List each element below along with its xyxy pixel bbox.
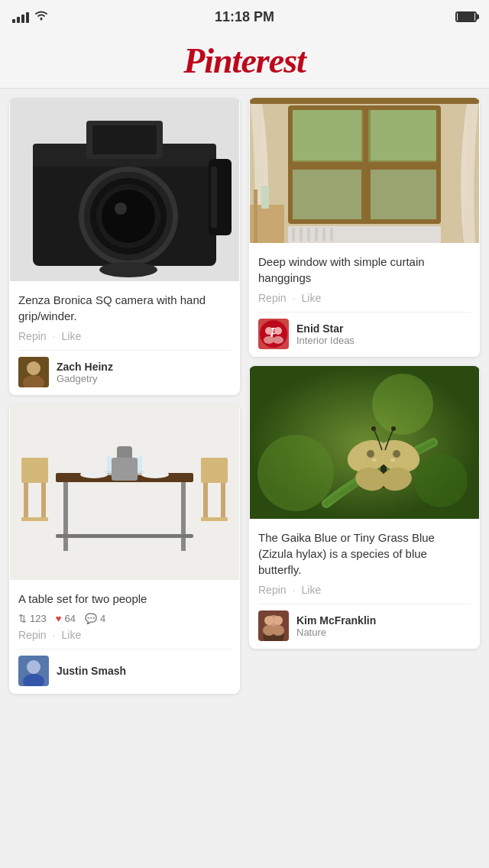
pin-actions[interactable]: Repin · Like	[258, 292, 471, 304]
pin-stats: ⇅ 123 ♥ 64 💬 4	[18, 613, 231, 624]
svg-rect-65	[261, 186, 269, 209]
pin-actions[interactable]: Repin · Like	[18, 629, 231, 641]
avatar	[18, 357, 49, 387]
svg-rect-56	[288, 226, 441, 243]
svg-rect-22	[56, 534, 193, 538]
pin-body: Zenza Bronica SQ camera with hand grip/w…	[9, 284, 240, 395]
pin-image-table	[9, 404, 240, 583]
svg-point-72	[273, 336, 283, 344]
pin-card[interactable]: Zenza Bronica SQ camera with hand grip/w…	[9, 98, 240, 395]
action-separator: ·	[53, 629, 56, 641]
svg-rect-36	[138, 456, 142, 473]
svg-point-12	[99, 262, 157, 277]
like-button[interactable]: Like	[301, 292, 321, 304]
svg-rect-30	[221, 483, 225, 521]
like-button[interactable]: Like	[61, 629, 81, 641]
svg-point-82	[367, 450, 374, 458]
heart-icon: ♥	[56, 613, 62, 624]
pin-description: A table set for two people	[18, 591, 231, 607]
svg-rect-58	[300, 228, 303, 241]
svg-rect-61	[322, 228, 325, 241]
wifi-icon	[34, 9, 49, 24]
pin-image-camera	[9, 98, 240, 284]
repin-value: 123	[30, 613, 47, 624]
svg-point-42	[27, 660, 40, 674]
pin-card[interactable]: The Gaika Blue or Tiny Grass Blue (Zizul…	[249, 366, 480, 649]
status-time: 11:18 PM	[215, 9, 274, 25]
pin-body: A table set for two people ⇅ 123 ♥ 64 💬 …	[9, 583, 240, 694]
signal-icon	[12, 11, 29, 23]
svg-rect-26	[21, 517, 48, 521]
user-name: Enid Star	[296, 322, 471, 335]
pin-body: The Gaika Blue or Tiny Grass Blue (Zizul…	[249, 522, 480, 649]
svg-point-39	[80, 471, 108, 478]
pin-user[interactable]: P Enid Star Interior Ideas	[258, 312, 471, 349]
svg-point-83	[393, 450, 400, 458]
comment-value: 4	[100, 613, 105, 624]
user-name: Justin Smash	[57, 665, 231, 677]
svg-point-16	[27, 361, 40, 375]
like-button[interactable]: Like	[301, 584, 321, 596]
svg-point-75	[372, 374, 433, 435]
pin-actions[interactable]: Repin · Like	[258, 584, 471, 596]
pin-user[interactable]: Zach Heinz Gadgetry	[18, 350, 231, 387]
svg-point-70	[264, 336, 274, 344]
action-separator: ·	[53, 330, 56, 342]
user-name: Kim McFranklin	[296, 614, 471, 627]
repin-button[interactable]: Repin	[18, 330, 47, 342]
pin-image-window	[249, 98, 480, 246]
repin-icon: ⇅	[18, 613, 27, 624]
svg-rect-57	[292, 228, 295, 241]
repin-button[interactable]: Repin	[258, 292, 287, 304]
user-name: Zach Heinz	[57, 361, 231, 373]
user-info: Zach Heinz Gadgetry	[57, 361, 231, 384]
action-separator: ·	[293, 292, 296, 304]
svg-rect-24	[24, 483, 28, 521]
svg-rect-55	[250, 98, 479, 104]
action-separator: ·	[293, 584, 296, 596]
like-value: 64	[64, 613, 75, 624]
pin-user[interactable]: Kim McFranklin Nature	[258, 604, 471, 641]
svg-point-69	[265, 327, 273, 335]
user-info: Kim McFranklin Nature	[296, 614, 471, 638]
svg-point-11	[115, 202, 127, 215]
svg-rect-60	[315, 228, 318, 241]
svg-rect-21	[181, 482, 186, 551]
right-column: Deep window with simple curtain hangging…	[249, 98, 480, 649]
pin-card[interactable]: Deep window with simple curtain hangging…	[249, 98, 480, 357]
svg-rect-29	[203, 483, 208, 521]
repin-button[interactable]: Repin	[258, 584, 287, 596]
svg-point-71	[274, 327, 282, 335]
status-left	[12, 9, 49, 24]
svg-point-87	[391, 426, 396, 431]
svg-point-86	[371, 426, 376, 431]
svg-rect-54	[368, 110, 436, 162]
pin-description: The Gaika Blue or Tiny Grass Blue (Zizul…	[258, 530, 471, 578]
svg-point-40	[141, 471, 169, 478]
pin-user[interactable]: Justin Smash	[18, 649, 231, 686]
svg-rect-34	[107, 456, 112, 473]
svg-point-0	[40, 18, 43, 21]
svg-rect-25	[41, 483, 46, 521]
svg-point-94	[272, 625, 284, 636]
pin-description: Deep window with simple curtain hangging…	[258, 254, 471, 286]
user-board: Interior Ideas	[296, 335, 471, 346]
svg-rect-14	[211, 167, 217, 228]
svg-rect-20	[63, 482, 68, 551]
pin-actions[interactable]: Repin · Like	[18, 330, 231, 342]
svg-rect-64	[254, 189, 257, 243]
repin-button[interactable]: Repin	[18, 629, 47, 641]
comment-count: 💬 4	[85, 613, 105, 624]
pin-description: Zenza Bronica SQ camera with hand grip/w…	[18, 292, 231, 324]
battery-icon	[455, 11, 477, 22]
app-logo: Pinterest	[183, 40, 306, 81]
svg-rect-5	[92, 125, 157, 154]
status-right	[455, 11, 477, 22]
svg-rect-38	[112, 458, 138, 481]
like-button[interactable]: Like	[61, 330, 81, 342]
repin-count: ⇅ 123	[18, 613, 47, 624]
svg-rect-50	[368, 167, 436, 219]
svg-point-91	[264, 616, 274, 625]
avatar	[258, 611, 289, 641]
pin-card[interactable]: A table set for two people ⇅ 123 ♥ 64 💬 …	[9, 404, 240, 694]
